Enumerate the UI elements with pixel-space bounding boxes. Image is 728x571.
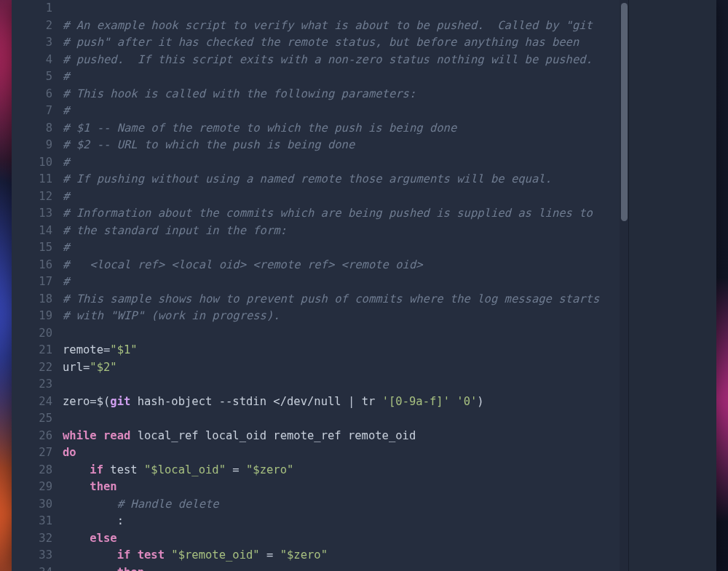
line-number: 32	[12, 530, 58, 548]
code-token: then	[90, 480, 116, 493]
code-line[interactable]	[58, 410, 629, 428]
line-number: 22	[12, 359, 58, 377]
code-token: "$1"	[110, 343, 137, 356]
code-token: read	[103, 429, 130, 442]
code-token: zero	[63, 395, 90, 408]
code-token: )	[477, 395, 483, 408]
code-token: # with "WIP" (work in progress).	[63, 309, 280, 322]
code-line[interactable]: while read local_ref local_oid remote_re…	[58, 428, 629, 445]
code-line[interactable]: # push" after it has checked the remote …	[58, 34, 629, 52]
code-line[interactable]: #	[58, 103, 629, 120]
code-token: #	[63, 70, 69, 83]
line-number: 16	[12, 257, 58, 274]
code-line[interactable]: # with "WIP" (work in progress).	[58, 308, 629, 325]
code-line[interactable]: # Handle delete	[58, 496, 629, 514]
line-number: 26	[12, 428, 58, 445]
code-line[interactable]: # <local ref> <local oid> <remote ref> <…	[58, 257, 629, 274]
code-line[interactable]: then	[58, 479, 629, 496]
code-token	[63, 548, 117, 562]
code-token: "$local_oid"	[144, 463, 226, 476]
line-number: 7	[12, 103, 58, 120]
code-token	[165, 548, 171, 562]
code-token: #	[63, 241, 69, 254]
code-token: #	[63, 104, 69, 117]
code-line[interactable]: #	[58, 239, 629, 257]
code-token: =	[83, 361, 90, 374]
line-number: 17	[12, 273, 58, 291]
code-token	[63, 532, 90, 545]
code-line[interactable]: #	[58, 188, 629, 206]
code-token	[63, 566, 117, 572]
code-token	[63, 480, 90, 493]
code-token: # push" after it has checked the remote …	[63, 36, 579, 49]
code-line[interactable]	[58, 376, 629, 394]
code-line[interactable]: # $2 -- URL to which the push is being d…	[58, 137, 629, 154]
line-number: 15	[12, 239, 58, 257]
line-number: 10	[12, 154, 58, 172]
code-line[interactable]: do	[58, 444, 629, 462]
line-number: 3	[12, 34, 58, 52]
code-line[interactable]: # This hook is called with the following…	[58, 86, 629, 103]
line-number: 20	[12, 325, 58, 343]
code-line[interactable]: # An example hook script to verify what …	[58, 17, 629, 35]
code-line[interactable]: #	[58, 273, 629, 291]
editor-area[interactable]: 1234567891011121314151617181920212223242…	[12, 0, 629, 571]
code-token: "$zero"	[246, 463, 293, 476]
code-line[interactable]: # pushed. If this script exits with a no…	[58, 52, 629, 69]
code-line[interactable]: #	[58, 68, 629, 86]
code-token: #	[63, 190, 69, 203]
vertical-scrollbar-thumb[interactable]	[621, 3, 628, 221]
code-line[interactable]: if test "$local_oid" = "$zero"	[58, 462, 629, 479]
code-content[interactable]: # An example hook script to verify what …	[58, 0, 629, 571]
line-number: 14	[12, 223, 58, 240]
code-token: do	[63, 446, 76, 459]
code-token: # This hook is called with the following…	[63, 87, 416, 100]
code-line[interactable]: # This sample shows how to prevent push …	[58, 291, 629, 308]
code-line[interactable]: # Information about the commits which ar…	[58, 205, 629, 223]
code-token: # An example hook script to verify what …	[63, 19, 593, 32]
code-token: while	[63, 429, 97, 442]
code-token: =	[103, 343, 110, 356]
code-token: #	[63, 275, 69, 288]
line-number: 24	[12, 394, 58, 411]
code-token: tr	[355, 395, 381, 408]
code-line[interactable]: url="$2"	[58, 359, 629, 377]
code-token: # <local ref> <local oid> <remote ref> <…	[63, 258, 423, 271]
code-token: "$remote_oid"	[171, 548, 259, 562]
code-token: '0'	[456, 395, 477, 408]
code-line[interactable]: then	[58, 564, 629, 572]
line-number: 27	[12, 444, 58, 462]
code-token	[63, 463, 90, 476]
line-number: 18	[12, 291, 58, 308]
code-line[interactable]: remote="$1"	[58, 342, 629, 359]
code-line[interactable]: # the standard input in the form:	[58, 223, 629, 240]
code-line[interactable]: :	[58, 513, 629, 530]
code-line[interactable]: #	[58, 154, 629, 172]
code-token: =	[90, 395, 96, 408]
line-number: 30	[12, 496, 58, 514]
code-token: if	[117, 548, 131, 562]
code-line[interactable]	[58, 0, 629, 17]
code-token: :	[63, 514, 124, 527]
code-token: =	[226, 463, 246, 476]
code-token: =	[260, 548, 280, 562]
code-line[interactable]: # $1 -- Name of the remote to which the …	[58, 120, 629, 137]
line-number: 21	[12, 342, 58, 359]
line-number: 31	[12, 513, 58, 530]
code-token: # $2 -- URL to which the push is being d…	[63, 138, 355, 151]
code-token: test	[138, 548, 165, 562]
code-line[interactable]: if test "$remote_oid" = "$zero"	[58, 547, 629, 564]
code-line[interactable]: else	[58, 530, 629, 548]
code-token: '[0-9a-f]'	[382, 395, 450, 408]
line-number: 23	[12, 376, 58, 394]
code-line[interactable]: # If pushing without using a named remot…	[58, 171, 629, 188]
line-number: 11	[12, 171, 58, 188]
code-line[interactable]: zero=$(git hash-object --stdin </dev/nul…	[58, 394, 629, 411]
line-number: 2	[12, 17, 58, 35]
line-number: 13	[12, 205, 58, 223]
line-number: 4	[12, 52, 58, 69]
code-token: then	[117, 566, 144, 572]
code-token: # $1 -- Name of the remote to which the …	[63, 121, 456, 135]
code-line[interactable]	[58, 325, 629, 343]
vertical-scrollbar-track[interactable]	[620, 0, 629, 571]
